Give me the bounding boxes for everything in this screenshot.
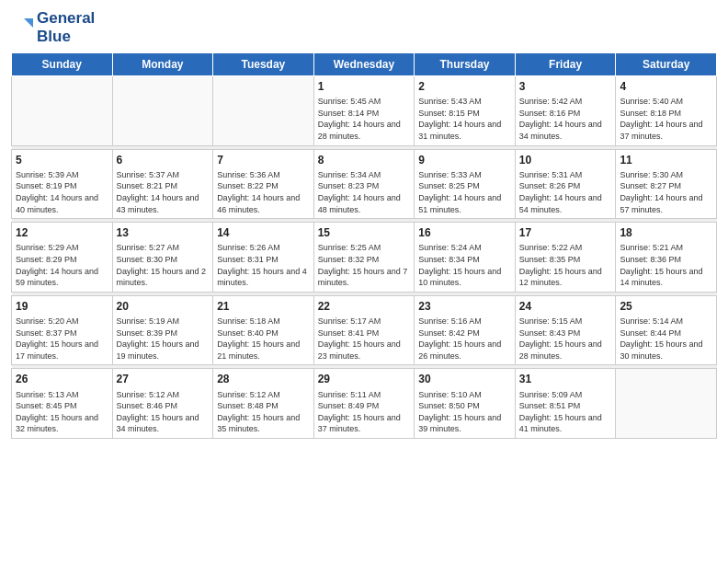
calendar-cell: 10Sunrise: 5:31 AM Sunset: 8:26 PM Dayli… — [515, 149, 616, 219]
day-info: Sunrise: 5:40 AM Sunset: 8:18 PM Dayligh… — [620, 96, 712, 142]
calendar-cell: 21Sunrise: 5:18 AM Sunset: 8:40 PM Dayli… — [213, 295, 314, 365]
day-number: 25 — [620, 299, 712, 314]
calendar-cell: 25Sunrise: 5:14 AM Sunset: 8:44 PM Dayli… — [616, 295, 717, 365]
day-number: 18 — [620, 225, 712, 240]
calendar-cell: 6Sunrise: 5:37 AM Sunset: 8:21 PM Daylig… — [112, 149, 213, 219]
day-number: 23 — [418, 299, 511, 314]
day-info: Sunrise: 5:17 AM Sunset: 8:41 PM Dayligh… — [318, 316, 411, 362]
day-info: Sunrise: 5:42 AM Sunset: 8:16 PM Dayligh… — [519, 96, 612, 142]
calendar-cell: 29Sunrise: 5:11 AM Sunset: 8:49 PM Dayli… — [313, 369, 415, 439]
day-info: Sunrise: 5:26 AM Sunset: 8:31 PM Dayligh… — [217, 242, 310, 288]
day-info: Sunrise: 5:24 AM Sunset: 8:34 PM Dayligh… — [418, 242, 511, 288]
day-info: Sunrise: 5:10 AM Sunset: 8:50 PM Dayligh… — [418, 389, 511, 435]
calendar-week-5: 26Sunrise: 5:13 AM Sunset: 8:45 PM Dayli… — [12, 369, 717, 439]
calendar-cell: 7Sunrise: 5:36 AM Sunset: 8:22 PM Daylig… — [213, 149, 314, 219]
day-info: Sunrise: 5:19 AM Sunset: 8:39 PM Dayligh… — [117, 316, 210, 362]
calendar-cell: 11Sunrise: 5:30 AM Sunset: 8:27 PM Dayli… — [616, 149, 717, 219]
logo-blue: Blue — [37, 28, 95, 46]
day-number: 31 — [519, 372, 612, 386]
day-number: 8 — [318, 153, 411, 167]
day-number: 29 — [318, 372, 411, 386]
header: General Blue — [11, 9, 717, 45]
day-info: Sunrise: 5:30 AM Sunset: 8:27 PM Dayligh… — [620, 169, 712, 215]
calendar-cell — [213, 76, 314, 146]
day-info: Sunrise: 5:34 AM Sunset: 8:23 PM Dayligh… — [318, 169, 411, 215]
calendar-table: SundayMondayTuesdayWednesdayThursdayFrid… — [11, 52, 717, 439]
calendar-week-4: 19Sunrise: 5:20 AM Sunset: 8:37 PM Dayli… — [12, 295, 717, 365]
day-info: Sunrise: 5:29 AM Sunset: 8:29 PM Dayligh… — [16, 242, 108, 288]
day-number: 11 — [620, 153, 712, 167]
calendar-cell: 12Sunrise: 5:29 AM Sunset: 8:29 PM Dayli… — [12, 223, 113, 293]
day-number: 9 — [418, 153, 511, 167]
day-info: Sunrise: 5:43 AM Sunset: 8:15 PM Dayligh… — [418, 96, 511, 142]
day-number: 14 — [217, 225, 310, 240]
day-info: Sunrise: 5:45 AM Sunset: 8:14 PM Dayligh… — [318, 96, 411, 142]
day-info: Sunrise: 5:33 AM Sunset: 8:25 PM Dayligh… — [418, 169, 511, 215]
weekday-header-sunday: Sunday — [12, 53, 113, 76]
day-number: 6 — [117, 153, 210, 167]
calendar-cell: 19Sunrise: 5:20 AM Sunset: 8:37 PM Dayli… — [12, 295, 113, 365]
weekday-header-monday: Monday — [112, 53, 213, 76]
calendar-cell: 13Sunrise: 5:27 AM Sunset: 8:30 PM Dayli… — [112, 223, 213, 293]
calendar-body: 1Sunrise: 5:45 AM Sunset: 8:14 PM Daylig… — [12, 76, 717, 439]
day-info: Sunrise: 5:31 AM Sunset: 8:26 PM Dayligh… — [519, 169, 612, 215]
calendar-cell: 30Sunrise: 5:10 AM Sunset: 8:50 PM Dayli… — [415, 369, 516, 439]
calendar-cell: 26Sunrise: 5:13 AM Sunset: 8:45 PM Dayli… — [12, 369, 113, 439]
day-info: Sunrise: 5:20 AM Sunset: 8:37 PM Dayligh… — [16, 316, 108, 362]
weekday-row: SundayMondayTuesdayWednesdayThursdayFrid… — [12, 53, 717, 76]
calendar-cell: 14Sunrise: 5:26 AM Sunset: 8:31 PM Dayli… — [213, 223, 314, 293]
logo-text: General Blue — [37, 9, 95, 45]
day-number: 27 — [117, 372, 210, 386]
day-number: 15 — [318, 225, 411, 240]
day-info: Sunrise: 5:14 AM Sunset: 8:44 PM Dayligh… — [620, 316, 712, 362]
day-info: Sunrise: 5:22 AM Sunset: 8:35 PM Dayligh… — [519, 242, 612, 288]
day-info: Sunrise: 5:12 AM Sunset: 8:46 PM Dayligh… — [117, 389, 210, 435]
calendar-cell: 17Sunrise: 5:22 AM Sunset: 8:35 PM Dayli… — [515, 223, 616, 293]
day-info: Sunrise: 5:18 AM Sunset: 8:40 PM Dayligh… — [217, 316, 310, 362]
calendar-cell: 20Sunrise: 5:19 AM Sunset: 8:39 PM Dayli… — [112, 295, 213, 365]
day-info: Sunrise: 5:25 AM Sunset: 8:32 PM Dayligh… — [318, 242, 411, 288]
calendar-header: SundayMondayTuesdayWednesdayThursdayFrid… — [12, 53, 717, 76]
day-number: 19 — [16, 299, 108, 314]
day-number: 30 — [418, 372, 511, 386]
calendar-cell: 3Sunrise: 5:42 AM Sunset: 8:16 PM Daylig… — [515, 76, 616, 146]
calendar-cell: 1Sunrise: 5:45 AM Sunset: 8:14 PM Daylig… — [313, 76, 415, 146]
calendar-cell: 4Sunrise: 5:40 AM Sunset: 8:18 PM Daylig… — [616, 76, 717, 146]
day-number: 13 — [117, 225, 210, 240]
calendar-cell: 2Sunrise: 5:43 AM Sunset: 8:15 PM Daylig… — [415, 76, 516, 146]
svg-marker-0 — [24, 18, 33, 28]
calendar-cell — [616, 369, 717, 439]
day-info: Sunrise: 5:15 AM Sunset: 8:43 PM Dayligh… — [519, 316, 612, 362]
day-info: Sunrise: 5:12 AM Sunset: 8:48 PM Dayligh… — [217, 389, 310, 435]
day-number: 7 — [217, 153, 310, 167]
weekday-header-thursday: Thursday — [415, 53, 516, 76]
day-number: 12 — [16, 225, 108, 240]
calendar-cell: 22Sunrise: 5:17 AM Sunset: 8:41 PM Dayli… — [313, 295, 415, 365]
day-number: 20 — [117, 299, 210, 314]
logo-container: General Blue — [11, 9, 95, 45]
calendar-week-1: 1Sunrise: 5:45 AM Sunset: 8:14 PM Daylig… — [12, 76, 717, 146]
calendar-cell — [112, 76, 213, 146]
calendar-cell: 27Sunrise: 5:12 AM Sunset: 8:46 PM Dayli… — [112, 369, 213, 439]
calendar-cell: 5Sunrise: 5:39 AM Sunset: 8:19 PM Daylig… — [12, 149, 113, 219]
day-number: 17 — [519, 225, 612, 240]
logo-general: General — [37, 9, 95, 28]
calendar-cell: 16Sunrise: 5:24 AM Sunset: 8:34 PM Dayli… — [415, 223, 516, 293]
day-info: Sunrise: 5:39 AM Sunset: 8:19 PM Dayligh… — [16, 169, 108, 215]
day-info: Sunrise: 5:09 AM Sunset: 8:51 PM Dayligh… — [519, 389, 612, 435]
calendar-week-3: 12Sunrise: 5:29 AM Sunset: 8:29 PM Dayli… — [12, 223, 717, 293]
day-info: Sunrise: 5:37 AM Sunset: 8:21 PM Dayligh… — [117, 169, 210, 215]
day-number: 4 — [620, 79, 712, 94]
day-number: 10 — [519, 153, 612, 167]
calendar-cell: 15Sunrise: 5:25 AM Sunset: 8:32 PM Dayli… — [313, 223, 415, 293]
calendar-cell: 9Sunrise: 5:33 AM Sunset: 8:25 PM Daylig… — [415, 149, 516, 219]
day-info: Sunrise: 5:13 AM Sunset: 8:45 PM Dayligh… — [16, 389, 108, 435]
day-number: 16 — [418, 225, 511, 240]
calendar-cell: 24Sunrise: 5:15 AM Sunset: 8:43 PM Dayli… — [515, 295, 616, 365]
day-info: Sunrise: 5:27 AM Sunset: 8:30 PM Dayligh… — [117, 242, 210, 288]
page: General Blue SundayMondayTuesdayWednesda… — [0, 0, 728, 563]
day-number: 1 — [318, 79, 411, 94]
day-number: 21 — [217, 299, 310, 314]
day-number: 2 — [418, 79, 511, 94]
day-number: 26 — [16, 372, 108, 386]
